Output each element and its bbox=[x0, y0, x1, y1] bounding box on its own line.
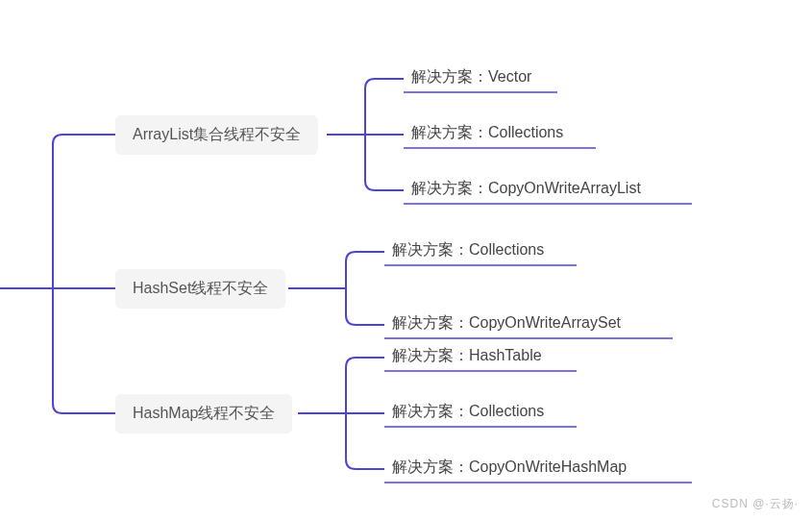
node-arraylist: ArrayList集合线程不安全 bbox=[115, 115, 318, 155]
watermark-text: CSDN @·云扬· bbox=[712, 496, 799, 512]
leaf-hashmap-hashtable: 解决方案：HashTable bbox=[392, 342, 542, 370]
leaf-arraylist-vector: 解决方案：Vector bbox=[411, 63, 531, 91]
node-hashset: HashSet线程不安全 bbox=[115, 269, 285, 309]
leaf-hashset-collections: 解决方案：Collections bbox=[392, 236, 544, 264]
leaf-hashmap-collections: 解决方案：Collections bbox=[392, 398, 544, 426]
leaf-hashset-cowarrayset: 解决方案：CopyOnWriteArraySet bbox=[392, 310, 621, 337]
leaf-hashmap-cowhashmap: 解决方案：CopyOnWriteHashMap bbox=[392, 454, 627, 482]
node-hashmap: HashMap线程不安全 bbox=[115, 394, 292, 433]
leaf-arraylist-cowarraylist: 解决方案：CopyOnWriteArrayList bbox=[411, 175, 641, 203]
leaf-arraylist-collections: 解决方案：Collections bbox=[411, 119, 563, 147]
